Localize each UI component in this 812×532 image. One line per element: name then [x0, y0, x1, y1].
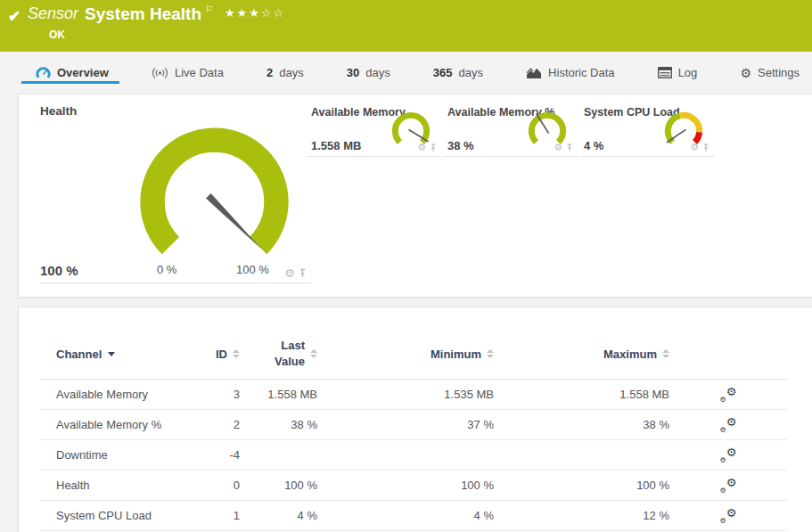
sort-arrows-icon	[487, 349, 494, 358]
gauge-settings-gear-icon[interactable]: ⚙	[284, 267, 295, 279]
tab-historic-data[interactable]: Historic Data	[526, 52, 614, 94]
channel-id-cell: 3	[208, 388, 240, 401]
col-header-channel[interactable]: Channel	[56, 348, 208, 361]
sort-arrows-icon	[310, 349, 317, 358]
gauges-panel: Health 0 % 100 % 100 % ⚙ Available Memor…	[18, 94, 812, 298]
tab-number: 30	[347, 66, 359, 79]
last-value-cell: 4 %	[240, 509, 317, 522]
maximum-cell: 38 %	[494, 418, 669, 431]
col-header-last-value[interactable]: Last Value	[240, 338, 317, 370]
channel-id-cell: 0	[208, 479, 240, 492]
gauge-value: 4 %	[584, 139, 603, 152]
tab-live-data[interactable]: Live Data	[152, 52, 224, 94]
gauge-tile-actions: ⚙	[690, 143, 709, 152]
tab-label: days	[279, 66, 303, 79]
maximum-cell: 100 %	[494, 479, 669, 492]
minimum-cell: 1.535 MB	[317, 388, 494, 401]
table-header-row: Channel ID Last Value Minimum Maximum	[40, 307, 787, 380]
tab-label: Historic Data	[548, 66, 614, 79]
tab-number: 2	[267, 66, 273, 79]
channel-name-cell: Available Memory	[56, 388, 208, 401]
gauge-tile-available-memory-pct: Available Memory % 38 % ⚙	[444, 101, 578, 157]
tab-label: days	[459, 66, 483, 79]
channel-id-cell: 1	[208, 509, 240, 522]
last-value-cell: 100 %	[240, 479, 317, 492]
tab-30-days[interactable]: 30 days	[347, 52, 390, 94]
health-gauge	[130, 118, 299, 286]
col-header-id[interactable]: ID	[208, 348, 240, 361]
tab-365-days[interactable]: 365 days	[433, 52, 483, 94]
last-value-cell: 38 %	[240, 418, 317, 431]
tab-overview[interactable]: Overview	[36, 52, 109, 94]
channel-settings-icon[interactable]: ⚙⚙	[720, 448, 737, 462]
col-header-label: Minimum	[431, 348, 481, 361]
minimum-cell: 37 %	[317, 418, 494, 431]
minimum-cell: 100 %	[317, 479, 494, 492]
gauge-tile-system-cpu-load: System CPU Load 4 % ⚙	[580, 101, 714, 157]
sort-caret-down-icon	[108, 352, 115, 356]
flag-icon[interactable]: ⚐	[205, 4, 214, 15]
tab-label: Overview	[57, 66, 109, 79]
channel-name-cell: Available Memory %	[56, 418, 208, 431]
minimum-cell: 4 %	[317, 509, 494, 522]
tab-2-days[interactable]: 2 days	[267, 52, 304, 94]
tab-label: Settings	[758, 66, 800, 79]
page-title: System Health	[85, 4, 201, 24]
sort-arrows-icon	[233, 349, 240, 358]
gauge-icon	[36, 67, 51, 79]
gauge-needle	[206, 193, 265, 252]
sensor-title-row: Sensor System Health ⚐ ★★★☆☆	[28, 4, 285, 24]
col-header-label: Channel	[56, 348, 102, 361]
pin-icon[interactable]	[566, 143, 573, 152]
channel-settings-icon[interactable]: ⚙⚙	[720, 479, 737, 493]
gauge-value: 38 %	[447, 139, 474, 152]
channel-id-cell: -4	[208, 448, 240, 462]
maximum-cell: 1.558 MB	[494, 388, 669, 401]
gauge-settings-gear-icon[interactable]: ⚙	[417, 143, 426, 152]
tab-label: Log	[678, 66, 698, 79]
gauge-title: Health	[40, 101, 311, 118]
sensor-header: ✔ Sensor System Health ⚐ ★★★☆☆ OK	[0, 0, 812, 52]
channel-name-cell: System CPU Load	[56, 509, 208, 522]
channel-id-cell: 2	[208, 418, 240, 431]
channels-table-panel: Channel ID Last Value Minimum Maximum	[18, 307, 812, 532]
pin-icon[interactable]	[430, 143, 437, 152]
tab-label: days	[365, 66, 390, 79]
table-row: Available Memory 3 1.558 MB 1.535 MB 1.5…	[40, 380, 787, 410]
tab-log[interactable]: Log	[658, 52, 698, 94]
table-row: System CPU Load 1 4 % 4 % 12 % ⚙⚙	[40, 501, 787, 531]
channel-name-cell: Health	[56, 479, 208, 492]
channel-settings-icon[interactable]: ⚙⚙	[720, 509, 737, 523]
tab-label: Live Data	[175, 66, 224, 79]
tab-number: 365	[433, 66, 453, 79]
maximum-cell: 12 %	[494, 509, 669, 522]
priority-stars[interactable]: ★★★☆☆	[225, 6, 285, 20]
pin-icon[interactable]	[702, 143, 709, 152]
channel-name-cell: Downtime	[56, 448, 208, 462]
pin-icon[interactable]	[299, 268, 307, 279]
table-row: Downtime -4 ⚙⚙	[40, 440, 787, 471]
status-ok-check-icon: ✔	[8, 7, 21, 26]
gauge-tile-available-memory: Available Memory 1.558 MB ⚙	[308, 101, 441, 157]
sensor-kind-label: Sensor	[28, 4, 78, 23]
channel-settings-icon[interactable]: ⚙⚙	[720, 388, 737, 402]
area-chart-icon	[526, 67, 542, 79]
col-header-label: Maximum	[603, 348, 657, 361]
channel-settings-icon[interactable]: ⚙⚙	[720, 418, 737, 432]
sort-arrows-icon	[662, 349, 669, 358]
col-header-label: Last Value	[267, 338, 305, 370]
log-icon	[658, 67, 672, 78]
gauge-tile-actions: ⚙	[284, 267, 307, 279]
col-header-label: ID	[216, 348, 227, 361]
gauge-settings-gear-icon[interactable]: ⚙	[554, 143, 562, 152]
col-header-maximum[interactable]: Maximum	[494, 348, 669, 361]
last-value-cell: 1.558 MB	[240, 388, 317, 401]
tab-settings[interactable]: ⚙ Settings	[740, 52, 800, 94]
col-header-minimum[interactable]: Minimum	[317, 348, 494, 361]
gauge-settings-gear-icon[interactable]: ⚙	[690, 143, 699, 152]
gauge-scale-min: 0 %	[157, 263, 176, 276]
broadcast-icon	[152, 67, 168, 79]
gauge-value: 100 %	[40, 263, 78, 278]
gauge-tile-health: Health 0 % 100 % 100 % ⚙	[40, 101, 311, 283]
gauge-scale-max: 100 %	[236, 263, 269, 276]
